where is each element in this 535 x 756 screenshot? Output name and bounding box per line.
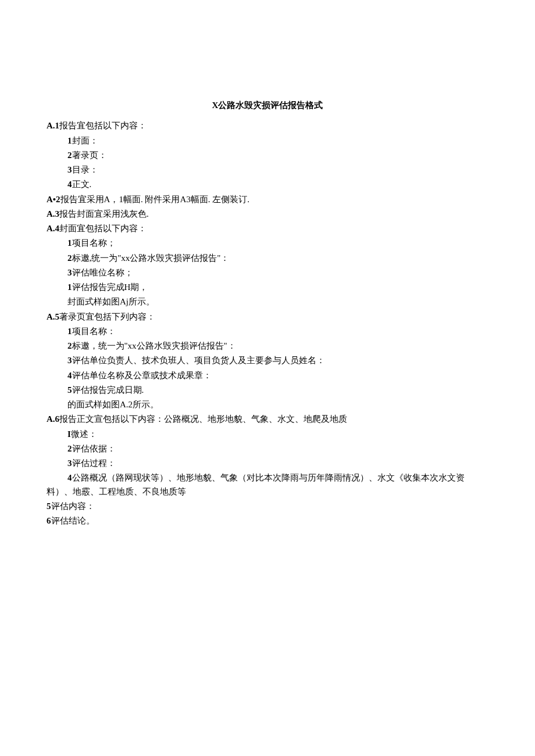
a4-item-1-num: 1 — [67, 238, 72, 248]
label-a3: A.3 — [47, 209, 59, 218]
a1-item-3-num: 3 — [67, 165, 72, 174]
a1-item-2: 2著录页： — [47, 149, 488, 162]
a5-item-2-text: 标邀，统一为"xx公路水毁灾损评估报告"： — [72, 341, 236, 350]
a5-item-2-num: 2 — [67, 341, 72, 350]
a1-item-1: 1封面： — [47, 134, 488, 148]
a5-item-3: 3评估单位负责人、技术负班人、项目负货人及主要参与人员姓名： — [47, 354, 488, 367]
a6-item-5-text: 评估内容： — [51, 501, 95, 511]
a1-item-2-text: 著录页： — [72, 151, 107, 160]
label-a4: A.4 — [47, 224, 59, 233]
a6-item-2: 2评估依据： — [47, 442, 488, 456]
a1-item-3-text: 目录： — [72, 165, 98, 174]
a5-footer: 的面式样如图A.2所示。 — [47, 398, 488, 411]
a1-item-2-num: 2 — [67, 151, 72, 160]
a6-item-4-num: 4 — [67, 473, 72, 482]
a1-item-4: 4正文. — [47, 178, 488, 191]
a5-item-2: 2标邀，统一为"xx公路水毁灾损评估报告"： — [47, 339, 488, 353]
a6-item-1-text: 微述： — [71, 429, 97, 439]
a5-item-1-num: 1 — [67, 327, 72, 336]
section-a6-header: A.6报告正文宣包括以下内容：公路概况、地形地貌、气象、水文、地爬及地质 — [47, 413, 488, 426]
a5-item-4-text: 评估单位名称及公章或技术成果章： — [72, 371, 212, 380]
a4-item-2-num: 2 — [67, 253, 72, 263]
a5-item-4-num: 4 — [67, 371, 72, 380]
a4-footer: 封面式样如图Aj所示。 — [47, 295, 488, 309]
label-a2: A•2 — [47, 195, 60, 204]
a4-item-1: 1项目名称； — [47, 237, 488, 250]
a5-item-3-num: 3 — [67, 356, 72, 365]
a1-item-1-num: 1 — [67, 136, 72, 145]
a5-item-5-text: 评估报告完成日期. — [72, 385, 144, 395]
a6-item-5: 5评估内容： — [47, 500, 488, 513]
a1-item-4-num: 4 — [67, 180, 72, 189]
a4-item-2: 2标邀,统一为"xx公路水毁灾损评估报告"： — [47, 252, 488, 265]
a4-item-4-text: 评估报告完成H期， — [72, 282, 148, 292]
a6-item-5-num: 5 — [47, 501, 51, 511]
a4-header-text: 封面宜包括以下内容： — [59, 224, 147, 233]
a1-item-1-text: 封面： — [72, 136, 98, 145]
a6-item-6: 6评估结论。 — [47, 514, 488, 528]
a4-item-3-num: 3 — [67, 268, 72, 277]
a4-item-4: 1评估报告完成H期， — [47, 281, 488, 294]
a5-item-5: 5评估报告完成日期. — [47, 384, 488, 397]
a4-item-1-text: 项目名称； — [72, 238, 116, 248]
a3-text: 报告封面宜采用浅灰色. — [59, 209, 149, 218]
a1-header-text: 报告宜包括以下内容： — [59, 121, 147, 130]
a6-item-1: I微述： — [47, 428, 488, 441]
section-a1-header: A.1报告宜包括以下内容： — [47, 119, 488, 132]
label-a5: A.5 — [47, 312, 59, 321]
a6-item-2-text: 评估依据： — [72, 444, 116, 453]
a4-item-3: 3评估唯位名称； — [47, 266, 488, 280]
a6-item-6-num: 6 — [47, 516, 51, 525]
a6-item-3: 3评估过程： — [47, 457, 488, 470]
a5-item-1-text: 项目名称： — [72, 327, 116, 336]
document-title: X公路水毁灾损评估报告格式 — [47, 99, 488, 112]
a6-item-3-num: 3 — [67, 458, 72, 468]
a1-item-4-text: 正文. — [72, 180, 92, 189]
a5-item-4: 4评估单位名称及公章或技术成果章： — [47, 369, 488, 382]
a6-header-text: 报告正文宣包括以下内容：公路概况、地形地貌、气象、水文、地爬及地质 — [59, 414, 347, 424]
a6-item-6-text: 评估结论。 — [51, 516, 95, 525]
a1-item-3: 3目录： — [47, 163, 488, 177]
section-a4-header: A.4封面宜包括以下内容： — [47, 222, 488, 235]
a2-text: 报告宜采用A，1幅面. 附件采用A3幅面. 左侧装订. — [60, 195, 249, 204]
a5-item-5-num: 5 — [67, 385, 72, 395]
a4-item-4-num: 1 — [67, 282, 72, 292]
section-a5-header: A.5著录页宜包括下列内容： — [47, 310, 488, 324]
a4-item-2-text: 标邀,统一为"xx公路水毁灾损评估报告"： — [72, 253, 230, 263]
a6-item-4-wrapper: 4公路概况（路网现状等）、地形地貌、气象（对比本次降雨与历年降雨情况）、水文《收… — [47, 471, 488, 499]
section-a3: A.3报告封面宜采用浅灰色. — [47, 207, 488, 221]
a6-item-4-text: 公路概况（路网现状等）、地形地貌、气象（对比本次降雨与历年降雨情况）、水文《收集… — [47, 473, 465, 496]
a6-item-3-text: 评估过程： — [72, 458, 116, 468]
label-a1: A.1 — [47, 121, 59, 130]
label-a6: A.6 — [47, 414, 59, 424]
a5-item-1: 1项目名称： — [47, 325, 488, 338]
a5-item-3-text: 评估单位负责人、技术负班人、项目负货人及主要参与人员姓名： — [72, 356, 325, 365]
section-a2: A•2报告宜采用A，1幅面. 附件采用A3幅面. 左侧装订. — [47, 193, 488, 206]
a5-header-text: 著录页宜包括下列内容： — [59, 312, 155, 321]
a4-item-3-text: 评估唯位名称； — [72, 268, 133, 277]
a6-item-2-num: 2 — [67, 444, 72, 453]
